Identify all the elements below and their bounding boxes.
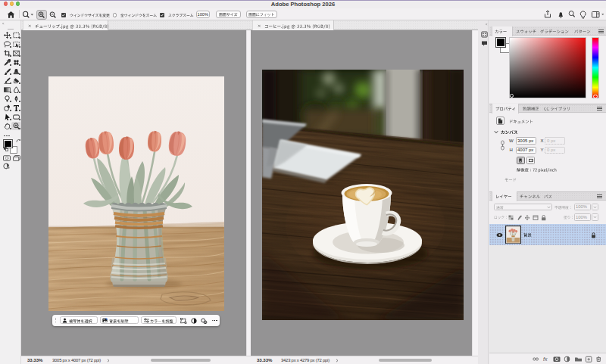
svg-text:fx: fx [543, 356, 548, 362]
